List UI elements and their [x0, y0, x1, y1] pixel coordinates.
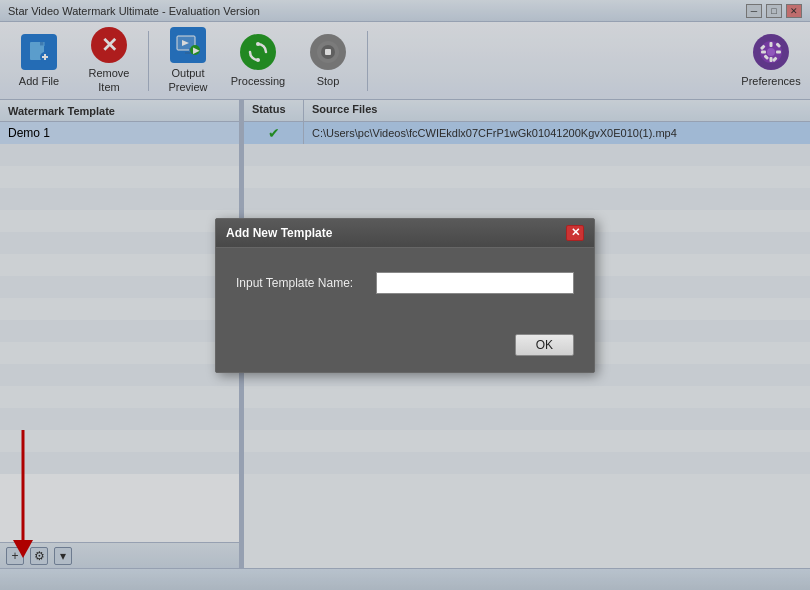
- dialog-titlebar: Add New Template ✕: [216, 219, 594, 248]
- dialog-overlay: Add New Template ✕ Input Template Name: …: [0, 0, 810, 590]
- template-name-input[interactable]: [376, 272, 574, 294]
- dialog-body: Input Template Name:: [216, 248, 594, 334]
- dialog-close-button[interactable]: ✕: [566, 225, 584, 241]
- dialog-title: Add New Template: [226, 226, 332, 240]
- dialog-input-row: Input Template Name:: [236, 272, 574, 294]
- dialog-ok-button[interactable]: OK: [515, 334, 574, 356]
- dialog-footer: OK: [216, 334, 594, 372]
- dialog-input-label: Input Template Name:: [236, 276, 376, 290]
- add-template-dialog: Add New Template ✕ Input Template Name: …: [215, 218, 595, 373]
